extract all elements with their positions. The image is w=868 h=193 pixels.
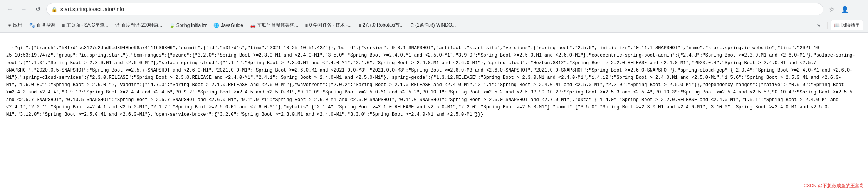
reading-mode-button[interactable]: 📖 阅读清单	[831, 20, 863, 30]
lock-icon: 🔒	[51, 7, 57, 12]
bookmark-icon-apps: ⊞	[8, 23, 12, 28]
toolbar-right: ☆ 👤 ⋮	[826, 4, 863, 15]
bookmark-icon-javaguide: 🌐	[213, 23, 219, 28]
bookmark-label-windo: (1条消息) WINDO...	[415, 22, 456, 28]
bookmark-icon-windo: C	[410, 23, 414, 28]
back-button[interactable]: ←	[5, 4, 15, 15]
refresh-button[interactable]: ↺	[32, 4, 43, 15]
bookmark-label-baidu: 百度搜索	[37, 22, 55, 28]
bookmark-baidu[interactable]: 🐾百度搜索	[26, 20, 58, 30]
bookmark-icon-baidu: 🐾	[29, 23, 35, 28]
bookmark-label-baidu-trans: 百度翻译-200种语...	[121, 22, 162, 28]
bookmark-saic[interactable]: ≡主页面 - SAIC享道...	[59, 20, 111, 30]
page-content: {"git":{"branch":"53f7d1cc3127d2dbd9ed39…	[0, 33, 868, 193]
bookmark-label-robotaxi: 27.7.0.Robotaxi首...	[363, 22, 403, 28]
bookmark-label-spring: Spring Initializr	[176, 23, 207, 28]
bookmark-icon-vehicle: 🚗	[250, 23, 256, 28]
bookmark-icon-saic: ≡	[62, 23, 65, 28]
menu-button[interactable]: ⋮	[853, 4, 863, 15]
bookmark-icon-robotaxi: ≡	[358, 23, 361, 28]
browser-chrome: ← → ↺ 🔒 start.spring.io/actuator/info ☆ …	[0, 0, 868, 33]
nav-bar: ← → ↺ 🔒 start.spring.io/actuator/info ☆ …	[0, 0, 868, 18]
bookmark-apps[interactable]: ⊞应用	[5, 20, 25, 30]
bookmark-label-javaguide: JavaGuide	[221, 23, 243, 28]
bookmark-windo[interactable]: C(1条消息) WINDO...	[407, 20, 459, 30]
bookmark-study[interactable]: ≡0 学习任务 · 技术 -...	[302, 20, 354, 30]
reading-mode-icon: 📖	[834, 23, 840, 28]
bookmark-icon-baidu-trans: 译	[115, 22, 120, 28]
forward-button[interactable]: →	[18, 4, 29, 15]
bookmark-label-vehicle: 车联平台整体架构...	[257, 22, 298, 28]
profile-button[interactable]: 👤	[839, 4, 850, 15]
bookmark-label-saic: 主页面 - SAIC享道...	[66, 22, 108, 28]
reading-mode-label: 阅读清单	[841, 22, 860, 28]
bookmark-robotaxi[interactable]: ≡27.7.0.Robotaxi首...	[355, 20, 406, 30]
address-text: start.spring.io/actuator/info	[60, 6, 818, 12]
bookmark-baidu-trans[interactable]: 译百度翻译-200种语...	[112, 20, 165, 30]
bookmark-icon-spring: 🍃	[169, 23, 175, 28]
json-content: {"git":{"branch":"53f7d1cc3127d2dbd9ed39…	[6, 45, 855, 117]
bookmark-vehicle[interactable]: 🚗车联平台整体架构...	[247, 20, 301, 30]
address-bar[interactable]: 🔒 start.spring.io/actuator/info	[46, 3, 823, 15]
watermark: CSDN @不想做咸鱼的王富贵	[803, 183, 864, 189]
bookmarks-bar: ⊞应用🐾百度搜索≡主页面 - SAIC享道...译百度翻译-200种语...🍃S…	[0, 18, 868, 32]
more-bookmarks-button[interactable]: »	[813, 20, 824, 31]
bookmark-spring[interactable]: 🍃Spring Initializr	[166, 21, 210, 30]
bookmark-label-apps: 应用	[13, 22, 22, 28]
star-button[interactable]: ☆	[826, 4, 837, 15]
bookmark-label-study: 0 学习任务 · 技术 -...	[309, 22, 351, 28]
bookmark-javaguide[interactable]: 🌐JavaGuide	[210, 21, 246, 30]
bookmark-icon-study: ≡	[305, 23, 308, 28]
